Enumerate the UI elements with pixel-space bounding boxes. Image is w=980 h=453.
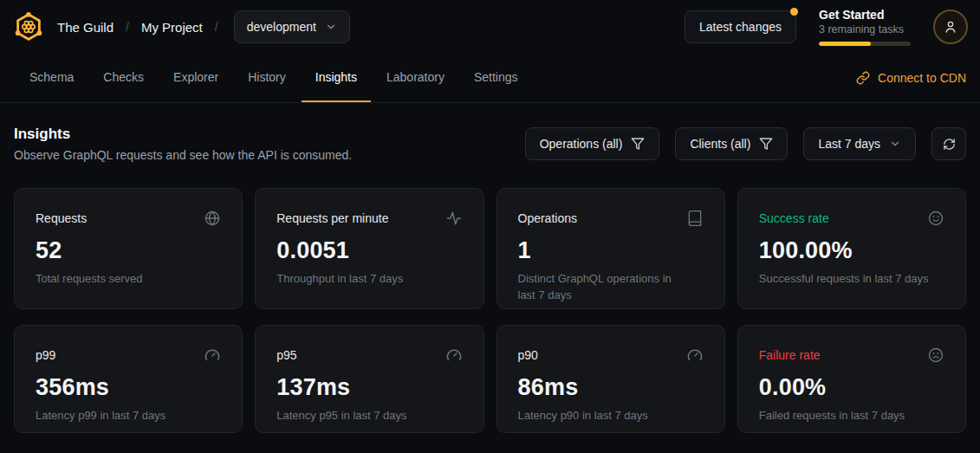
refresh-button[interactable]	[931, 127, 966, 160]
page-header: Insights Observe GraphQL requests and se…	[14, 126, 966, 162]
tab-label: Laboratory	[386, 70, 445, 84]
page-title: Insights	[14, 126, 352, 143]
metric-card-operations: Operations 1 Distinct GraphQL operations…	[496, 188, 725, 309]
metric-card-title: Requests per minute	[276, 211, 388, 225]
get-started-title: Get Started	[819, 8, 911, 22]
tab-laboratory[interactable]: Laboratory	[373, 54, 458, 102]
top-bar-actions: Latest changes Get Started 3 remaining t…	[685, 8, 968, 46]
chevron-down-icon	[889, 138, 901, 150]
metric-card-title: Success rate	[759, 211, 829, 225]
metric-card-p90: p90 86ms Latency p90 in last 7 days	[496, 325, 725, 433]
period-select[interactable]: Last 7 days	[803, 127, 916, 160]
tabs: SchemaChecksExplorerHistoryInsightsLabor…	[16, 54, 532, 102]
metric-card-description: Throughput in last 7 days	[276, 271, 450, 288]
notification-dot	[790, 8, 798, 16]
metric-card-description: Failed requests in last 7 days	[759, 408, 932, 424]
user-menu-button[interactable]	[933, 10, 968, 44]
filter-icon	[631, 137, 645, 151]
book-icon	[686, 210, 704, 227]
gauge-icon	[445, 346, 463, 364]
metric-card-success-rate: Success rate 100.00% Successful requests…	[737, 188, 966, 309]
metric-card-value: 137ms	[276, 374, 462, 401]
operations-filter-label: Operations (all)	[540, 137, 623, 151]
clients-filter-label: Clients (all)	[690, 137, 750, 151]
connect-to-cdn-link[interactable]: Connect to CDN	[856, 71, 966, 85]
org-breadcrumb[interactable]: The Guild	[57, 20, 114, 35]
tab-history[interactable]: History	[234, 54, 300, 102]
activity-icon	[445, 210, 463, 227]
tabs-bar: SchemaChecksExplorerHistoryInsightsLabor…	[0, 54, 980, 103]
tab-label: Schema	[29, 70, 74, 84]
gauge-icon	[204, 346, 221, 364]
gauge-icon	[686, 346, 704, 364]
smile-icon	[927, 210, 944, 227]
latest-changes-label: Latest changes	[699, 20, 782, 34]
metric-card-value: 52	[36, 237, 221, 264]
metric-card-title: Operations	[518, 211, 577, 225]
metric-card-title: Failure rate	[759, 348, 821, 362]
breadcrumb: The Guild / My Project / development	[12, 10, 350, 43]
tab-settings[interactable]: Settings	[460, 54, 532, 102]
globe-icon	[204, 210, 221, 227]
tab-schema[interactable]: Schema	[16, 54, 88, 102]
tab-label: Insights	[315, 70, 357, 84]
user-icon	[943, 19, 958, 35]
metric-card-p95: p95 137ms Latency p95 in last 7 days	[255, 325, 484, 433]
project-breadcrumb[interactable]: My Project	[141, 20, 203, 35]
breadcrumb-separator: /	[215, 20, 218, 34]
get-started-progress-fill	[819, 42, 871, 46]
tab-label: History	[248, 70, 286, 84]
tab-label: Settings	[474, 70, 518, 84]
page-header-text: Insights Observe GraphQL requests and se…	[14, 126, 352, 162]
metric-card-p99: p99 356ms Latency p99 in last 7 days	[14, 325, 243, 433]
connect-to-cdn-label: Connect to CDN	[878, 71, 966, 85]
breadcrumb-separator: /	[126, 20, 129, 34]
top-bar: The Guild / My Project / development Lat…	[0, 0, 980, 54]
metric-card-value: 356ms	[36, 374, 221, 401]
filters-toolbar: Operations (all) Clients (all) Last 7 da…	[525, 127, 966, 160]
metric-card-value: 0.0051	[276, 237, 462, 264]
metric-card-failure-rate: Failure rate 0.00% Failed requests in la…	[737, 325, 966, 433]
get-started-subtitle: 3 remaining tasks	[819, 23, 911, 36]
metric-card-description: Successful requests in last 7 days	[759, 271, 932, 288]
tab-label: Explorer	[173, 70, 218, 84]
get-started-widget[interactable]: Get Started 3 remaining tasks	[819, 8, 911, 46]
metric-cards-grid: Requests 52 Total requests served Reques…	[14, 188, 966, 433]
tab-label: Checks	[103, 70, 144, 84]
metric-card-title: p95	[276, 348, 296, 362]
metric-card-value: 1	[518, 237, 704, 264]
tab-checks[interactable]: Checks	[89, 54, 158, 102]
metric-card-title: Requests	[36, 211, 87, 225]
metric-card-value: 0.00%	[759, 374, 944, 401]
page-subtitle: Observe GraphQL requests and see how the…	[14, 148, 352, 162]
metric-card-title: p99	[36, 348, 55, 362]
tab-insights[interactable]: Insights	[302, 54, 371, 102]
metric-card-description: Latency p99 in last 7 days	[36, 408, 209, 424]
insights-page: Insights Observe GraphQL requests and se…	[0, 126, 980, 433]
hive-logo-icon[interactable]	[12, 10, 45, 43]
frown-icon	[927, 346, 944, 364]
link-icon	[856, 71, 870, 85]
metric-card-title: p90	[518, 348, 538, 362]
metric-card-requests-per-minute: Requests per minute 0.0051 Throughput in…	[255, 188, 484, 309]
tab-explorer[interactable]: Explorer	[159, 54, 232, 102]
metric-card-description: Distinct GraphQL operations in last 7 da…	[518, 271, 691, 304]
refresh-icon	[943, 138, 956, 151]
clients-filter-button[interactable]: Clients (all)	[675, 127, 788, 160]
metric-card-description: Latency p90 in last 7 days	[518, 408, 691, 424]
metric-card-description: Latency p95 in last 7 days	[276, 408, 450, 424]
latest-changes-button[interactable]: Latest changes	[685, 10, 796, 43]
chevron-down-icon	[325, 21, 337, 33]
target-select-value: development	[247, 20, 316, 34]
target-select[interactable]: development	[234, 10, 350, 43]
period-select-value: Last 7 days	[818, 137, 880, 151]
operations-filter-button[interactable]: Operations (all)	[525, 127, 660, 160]
metric-card-value: 100.00%	[759, 237, 944, 264]
metric-card-requests: Requests 52 Total requests served	[14, 188, 243, 309]
metric-card-description: Total requests served	[36, 271, 209, 288]
metric-card-value: 86ms	[518, 374, 704, 401]
get-started-progress-bar	[819, 42, 911, 46]
filter-icon	[759, 137, 773, 151]
